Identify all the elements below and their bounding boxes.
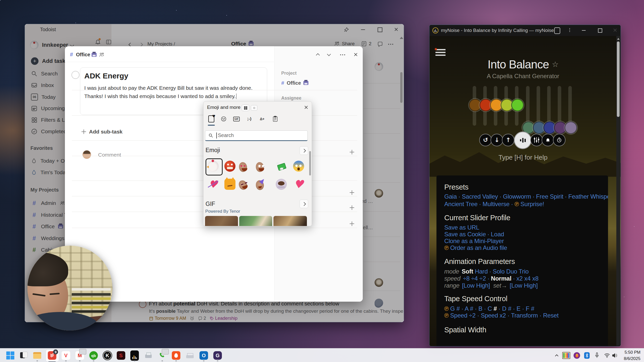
emoji-rofl[interactable]: [241, 178, 254, 191]
tape-speed-links[interactable]: Speed ÷2 · Speed x2 · Transform · Reset: [450, 312, 558, 319]
slider-track[interactable]: [526, 86, 530, 126]
hamburger-menu-icon[interactable]: [435, 49, 446, 56]
preset-link[interactable]: Sacred Valley: [462, 193, 498, 200]
task-title-input[interactable]: ADK Energy: [84, 72, 263, 80]
tray-clock[interactable]: 5:50 PM 8/6/2025: [624, 349, 640, 362]
range-set-link[interactable]: [Low High]: [510, 282, 538, 289]
tab-clipboard[interactable]: [271, 115, 279, 123]
dialog-project-name[interactable]: Office: [76, 52, 90, 58]
start-button[interactable]: [5, 350, 15, 360]
gif-thumbnail[interactable]: [205, 216, 238, 226]
animate-levels-button[interactable]: [514, 131, 532, 149]
preset-link[interactable]: Feather Whispers: [568, 193, 608, 200]
volume-up-button[interactable]: ↑: [502, 134, 514, 146]
slider-track[interactable]: [537, 86, 540, 126]
slider-track[interactable]: [568, 86, 572, 126]
close-button[interactable]: [613, 28, 617, 32]
taskbar-outlook[interactable]: O: [199, 350, 209, 360]
load-link[interactable]: Load: [491, 231, 504, 238]
minimize-button[interactable]: [582, 30, 586, 31]
preset-link-surprise[interactable]: Surprise!: [520, 201, 544, 207]
app-badge-icon[interactable]: [554, 27, 560, 34]
gif-thumbnail[interactable]: [273, 216, 307, 226]
emoji-cat-wry-smile[interactable]: [223, 178, 236, 191]
volume-down-button[interactable]: ↓: [491, 134, 503, 146]
emoji-chicken[interactable]: [207, 160, 220, 173]
tape-note-links[interactable]: · D # · E · F #: [497, 305, 534, 312]
gif-see-more-button[interactable]: [300, 200, 308, 208]
taskbar-g-app[interactable]: G: [213, 350, 223, 360]
taskbar-s-app[interactable]: S: [116, 350, 126, 360]
gif-thumbnail[interactable]: [239, 216, 272, 226]
save-as-cookie-link[interactable]: Save as Cookie: [444, 231, 486, 238]
task-description-input[interactable]: I was just about to pay the ADK Energy B…: [84, 84, 258, 100]
menu-kebab-icon[interactable]: [569, 28, 570, 29]
taskbar-flame-app[interactable]: [171, 350, 181, 360]
emoji-heart-eyes[interactable]: [241, 160, 254, 173]
slider-track[interactable]: [558, 86, 561, 126]
taskbar-scanner-app[interactable]: [185, 350, 195, 360]
comment-input-placeholder[interactable]: Comment: [98, 152, 121, 158]
emoji-fearful-face[interactable]: [292, 160, 305, 173]
panel-scrollbar-thumb[interactable]: [309, 151, 311, 175]
taskbar-file-explorer[interactable]: [32, 350, 42, 360]
tray-bluetooth-icon[interactable]: [582, 350, 592, 360]
taskbar-gmail[interactable]: M: [75, 350, 85, 360]
tray-powertoys-icon[interactable]: [561, 350, 571, 360]
tab-gif[interactable]: GIF: [232, 115, 241, 123]
taskbar-todoist[interactable]: 9: [47, 350, 57, 360]
taskbar-mynoise[interactable]: [130, 350, 140, 360]
slider-track[interactable]: [547, 86, 551, 126]
mynoise-scrollbar[interactable]: [616, 36, 620, 346]
tray-hidden-icons-chevron[interactable]: [552, 350, 562, 360]
tab-most-recent[interactable]: ♥: [207, 115, 216, 123]
taskbar-quickbooks[interactable]: qb: [89, 350, 99, 360]
more-options-icon[interactable]: [340, 54, 341, 55]
emoji-beating-heart[interactable]: ♥: [292, 178, 305, 191]
scrollbar-thumb[interactable]: [617, 41, 620, 117]
order-audio-file-link[interactable]: Order as an Audio file: [450, 244, 507, 251]
maximize-button[interactable]: [598, 28, 602, 33]
speed-divide-links[interactable]: ÷8 ÷4 ÷2: [463, 275, 486, 282]
emoji-face-with-symbols-on-mouth[interactable]: [223, 160, 236, 173]
tray-flame-icon[interactable]: [572, 350, 582, 360]
tape-note-links[interactable]: G # · A # · B · C: [450, 305, 493, 312]
tab-kaomoji[interactable]: ;-): [245, 115, 254, 123]
speed-multiply-links[interactable]: x2 x4 x8: [516, 275, 539, 282]
preset-link[interactable]: Multiverse: [482, 201, 509, 207]
preset-link[interactable]: Glowworm: [503, 193, 531, 200]
emoji-hot-beverage[interactable]: [275, 178, 288, 191]
mode-hard-link[interactable]: Hard: [475, 268, 488, 275]
add-subtask-button[interactable]: Add sub-task: [82, 129, 123, 135]
slider-knob[interactable]: [565, 121, 577, 134]
taskbar-vivaldi[interactable]: V: [61, 350, 71, 360]
save-as-url-link[interactable]: Save as URL: [444, 224, 479, 231]
range-low-high-link[interactable]: [Low High]: [462, 282, 490, 289]
project-selector[interactable]: # Office: [281, 80, 308, 86]
preset-link[interactable]: Ancient Tree: [444, 201, 477, 207]
clone-mini-player-link[interactable]: Clone as a Mini-Player: [444, 238, 504, 244]
tray-microphone-icon[interactable]: [592, 350, 602, 360]
close-panel-icon[interactable]: [304, 105, 308, 109]
emoji-grinning-face[interactable]: [258, 160, 271, 173]
favorite-star-icon[interactable]: ☆: [552, 60, 558, 68]
taskbar-phone-app[interactable]: [157, 350, 167, 360]
tray-volume-icon[interactable]: [610, 350, 620, 360]
taskbar-k-app[interactable]: K: [102, 350, 112, 360]
reset-button[interactable]: ↺: [479, 134, 492, 146]
emoji-money-with-wings[interactable]: [275, 160, 288, 173]
emoji-see-more-button[interactable]: [300, 146, 308, 155]
task-checkbox[interactable]: [71, 71, 79, 79]
taskbar-app-widgets[interactable]: [19, 350, 29, 360]
tab-symbols[interactable]: Δ+: [258, 115, 266, 123]
preset-link[interactable]: Free Spirit: [536, 193, 564, 200]
mode-solo-duo-trio-links[interactable]: Solo Duo Trio: [493, 268, 529, 275]
alert-bell-button[interactable]: [542, 134, 554, 146]
taskbar-printer-app[interactable]: [143, 350, 153, 360]
emoji-search-input[interactable]: Search: [205, 130, 308, 141]
mixer-button[interactable]: [530, 134, 543, 146]
tab-emoji[interactable]: [219, 115, 228, 123]
slider-knob[interactable]: [511, 99, 524, 111]
emoji-partying-face[interactable]: [258, 178, 271, 191]
close-dialog-icon[interactable]: [354, 53, 358, 57]
